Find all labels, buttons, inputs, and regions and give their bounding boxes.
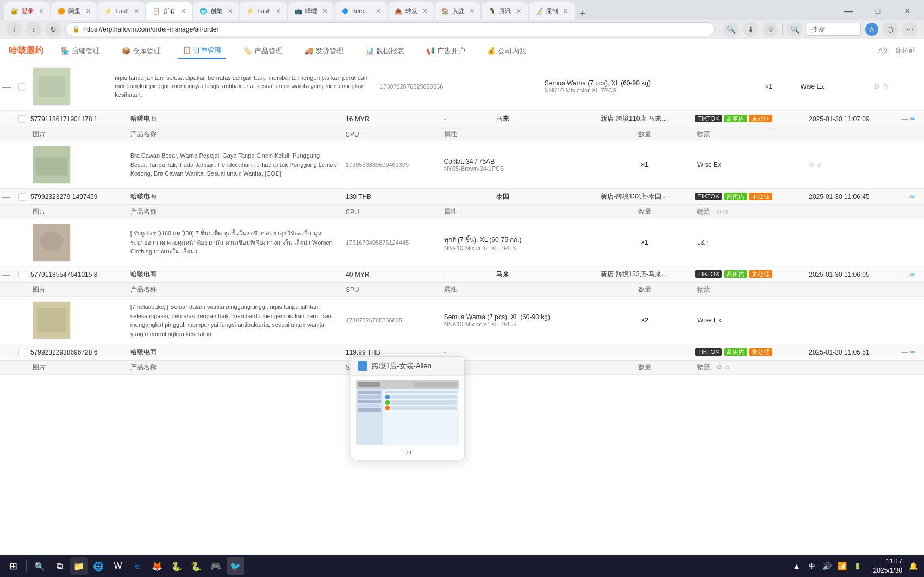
taskbar-app2[interactable]: 🐍 <box>168 557 185 575</box>
extensions-icon[interactable]: ⬡ <box>883 22 898 37</box>
address-bar: ‹ › ↻ 🔒 https://erp.hallovin.com/order-m… <box>0 20 924 39</box>
tab-login[interactable]: 🔐 登录 × <box>4 2 50 20</box>
settings-icon[interactable]: ⚙ <box>873 82 881 91</box>
close-icon[interactable]: × <box>39 7 43 15</box>
tab-chuangye[interactable]: 🌐 创業 × <box>193 2 239 20</box>
taskbar-app4[interactable]: 🎮 <box>207 557 224 575</box>
taskbar-explorer[interactable]: 📁 <box>70 557 88 575</box>
tab-deep[interactable]: 🔷 deep... × <box>335 2 387 20</box>
expand-collapse-icon[interactable]: — <box>2 115 10 123</box>
order-checkbox-3[interactable] <box>18 271 26 278</box>
nav-ads[interactable]: 📢 广告开户 <box>422 44 470 58</box>
close-icon[interactable]: × <box>516 7 521 15</box>
search-input[interactable] <box>807 23 861 36</box>
tab-caizhi[interactable]: 📝 采制 × <box>529 2 575 20</box>
close-icon[interactable]: × <box>134 7 139 15</box>
tab-fast2[interactable]: ⚡ Fast! × <box>240 2 287 20</box>
tab-ruzhu[interactable]: 🏠 入驻 × <box>435 2 480 20</box>
expand-icon[interactable]: — <box>2 82 11 91</box>
back-button[interactable]: ‹ <box>7 22 22 37</box>
order-country-2: 泰国 <box>496 193 509 200</box>
tooltip-screenshot <box>356 380 459 445</box>
task-view-button[interactable]: ⧉ <box>51 557 68 575</box>
network-wifi-icon[interactable]: 📶 <box>836 560 849 573</box>
row-checkbox[interactable] <box>18 83 26 91</box>
order-id-1: 57791186171904178 1 <box>30 115 97 123</box>
nav-store[interactable]: 🏪 店铺管理 <box>57 44 104 58</box>
nav-shipping[interactable]: 🚚 发货管理 <box>300 44 348 58</box>
taskbar-wps[interactable]: W <box>109 557 127 575</box>
network-icon[interactable]: ▲ <box>790 560 803 573</box>
ime-icon[interactable]: 中 <box>806 560 819 573</box>
order-checkbox-2[interactable] <box>18 193 26 201</box>
start-button[interactable]: ⊞ <box>4 557 22 575</box>
col-header-qty: 数量 <box>596 127 693 141</box>
order-edit-icon-3[interactable]: ✏ <box>910 271 915 278</box>
close-icon[interactable]: × <box>181 7 185 15</box>
expand-collapse-icon-4[interactable]: — <box>2 348 10 357</box>
search-icon[interactable]: 🔍 <box>723 22 739 37</box>
search-taskbar-button[interactable]: 🔍 <box>31 557 48 575</box>
url-input[interactable]: 🔒 https://erp.hallovin.com/order-manage/… <box>65 22 715 36</box>
close-window-button[interactable]: × <box>895 2 920 20</box>
close-icon[interactable]: × <box>470 7 474 15</box>
bookmark-icon[interactable]: ☆ <box>763 22 778 37</box>
row-actions: ⚙ ⧉ <box>873 82 920 91</box>
tab-all-orders[interactable]: 📋 所有 × <box>146 2 192 20</box>
maximize-button[interactable]: □ <box>865 2 890 20</box>
orders-scroll-area[interactable]: — <box>0 63 924 554</box>
order-datetime-3: 2025-01-30 11:06:05 <box>809 271 869 278</box>
nav-products[interactable]: 🏷️ 产品管理 <box>239 44 287 58</box>
volume-icon[interactable]: 🔊 <box>821 560 834 573</box>
tab-forward[interactable]: 📤 转发 × <box>388 2 434 20</box>
order-edit-icon-4[interactable]: ✏ <box>910 349 915 356</box>
download-icon[interactable]: ⬇ <box>743 22 758 37</box>
tooltip-logo-icon <box>358 361 367 371</box>
expand-collapse-icon-3[interactable]: — <box>2 270 10 279</box>
tab-ali[interactable]: 🟠 阿里 × <box>51 2 97 20</box>
order-amount-3: 40 MYR <box>346 271 369 278</box>
battery-icon[interactable]: 🔋 <box>851 560 864 573</box>
tab-bilibili[interactable]: 📺 哔哩 × <box>288 2 334 20</box>
translate-icon[interactable]: A文 <box>878 46 889 55</box>
notifications-icon[interactable]: 🔔 <box>907 560 920 573</box>
expand-collapse-icon-2[interactable]: — <box>2 193 10 201</box>
close-icon[interactable]: × <box>564 7 568 15</box>
taskbar-edge[interactable]: e <box>129 557 146 575</box>
close-icon[interactable]: × <box>423 7 427 15</box>
order-edit-icon-2[interactable]: ✏ <box>910 193 915 201</box>
menu-button[interactable]: ⋯ <box>902 22 917 37</box>
order-edit-icon-1[interactable]: ✏ <box>910 115 915 123</box>
copy-icon[interactable]: ⧉ <box>883 82 888 91</box>
nav-reports[interactable]: 📊 数据报表 <box>361 44 409 58</box>
refresh-button[interactable]: ↻ <box>46 22 61 37</box>
taskbar-app1[interactable]: 🦊 <box>148 557 166 575</box>
close-icon[interactable]: × <box>276 7 280 15</box>
order-checkbox-1[interactable] <box>18 115 26 123</box>
taskbar-app3[interactable]: 🐍 <box>188 557 205 575</box>
profile-avatar[interactable]: A <box>865 23 878 36</box>
order-checkbox-4[interactable] <box>18 349 26 356</box>
settings-icon-1[interactable]: ⚙ <box>809 161 815 169</box>
copy-icon-1[interactable]: ⧉ <box>817 161 822 169</box>
tab-fast1[interactable]: ⚡ Fast! × <box>98 2 145 20</box>
taskbar-clock[interactable]: 11:17 2025/1/30 <box>873 557 902 575</box>
minimize-button[interactable]: — <box>836 2 861 20</box>
qty-2: ×1 <box>641 239 648 246</box>
order-row-1: — 57791186171904178 1 哈啵电商 16 MYR - 马来 新… <box>0 111 924 127</box>
search-button[interactable]: 🔍 <box>787 22 802 37</box>
forward-button[interactable]: › <box>26 22 41 37</box>
close-icon[interactable]: × <box>228 7 232 15</box>
nav-orders[interactable]: 📋 订单管理 <box>178 44 226 59</box>
new-tab-button[interactable]: + <box>576 8 590 20</box>
close-icon[interactable]: × <box>376 7 380 15</box>
close-icon[interactable]: × <box>86 7 90 15</box>
close-icon[interactable]: × <box>323 7 327 15</box>
nav-accounts[interactable]: 💰 公司内账 <box>483 44 530 58</box>
taskbar-chrome[interactable]: 🌐 <box>90 557 107 575</box>
taskbar-app5[interactable]: 🐦 <box>227 557 244 575</box>
nav-warehouse[interactable]: 📦 仓库管理 <box>117 44 165 58</box>
product-item-row: nipis tanpa jahitan, selesa dipakai, ber… <box>28 63 924 110</box>
tooltip-title: 跨境1店-女装-Allen <box>372 361 432 371</box>
tab-tencent[interactable]: 🐧 腾讯 × <box>482 2 527 20</box>
